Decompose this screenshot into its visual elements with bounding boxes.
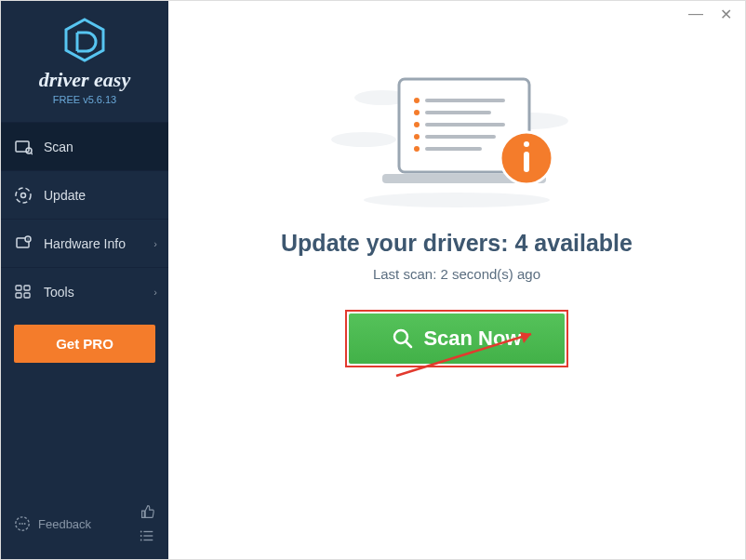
magnify-icon: [392, 327, 414, 350]
svg-text:i: i: [27, 236, 28, 242]
svg-point-21: [140, 531, 142, 533]
last-scan-label: Last scan: 2 second(s) ago: [168, 266, 745, 282]
logo-block: driver easy FREE v5.6.13: [1, 1, 168, 118]
svg-rect-11: [24, 286, 30, 290]
svg-rect-10: [16, 286, 21, 290]
hardware-icon: i: [14, 234, 33, 253]
feedback-icon: [14, 515, 31, 532]
headline: Update your drivers: 4 available: [168, 230, 745, 257]
svg-point-30: [414, 98, 420, 103]
tools-icon: [14, 283, 33, 301]
svg-point-6: [21, 193, 26, 197]
svg-point-42: [524, 141, 529, 147]
menu-list-icon[interactable]: [139, 527, 155, 544]
svg-point-17: [24, 523, 26, 525]
svg-point-16: [21, 523, 23, 525]
headline-prefix: Update your drivers:: [281, 230, 514, 256]
sidebar-footer: Feedback: [1, 494, 168, 559]
nav-tools[interactable]: Tools ›: [1, 267, 168, 315]
available-count: 4: [514, 230, 527, 256]
svg-point-26: [331, 132, 396, 147]
scan-now-label: Scan Now: [423, 327, 521, 351]
app-logo-icon: [62, 18, 107, 62]
svg-point-33: [414, 134, 420, 140]
scan-button-highlight: Scan Now: [345, 310, 567, 367]
svg-point-5: [16, 188, 31, 203]
svg-rect-13: [24, 293, 30, 298]
main-panel: Update your drivers: 4 available Last sc…: [168, 1, 745, 559]
svg-point-32: [414, 122, 420, 127]
nav-scan[interactable]: Scan: [1, 122, 168, 170]
feedback-button[interactable]: Feedback: [14, 515, 91, 532]
scan-icon: [14, 138, 33, 156]
nav-update[interactable]: Update: [1, 170, 168, 219]
nav-scan-label: Scan: [44, 140, 73, 154]
svg-point-27: [364, 193, 550, 207]
scan-now-button[interactable]: Scan Now: [349, 313, 564, 364]
laptop-illustration: [317, 70, 596, 209]
sidebar: driver easy FREE v5.6.13 Scan Update i H…: [1, 1, 168, 559]
thumbs-up-icon[interactable]: [139, 503, 155, 520]
get-pro-button[interactable]: Get PRO: [14, 325, 155, 363]
nav-hardware[interactable]: i Hardware Info ›: [1, 219, 168, 267]
headline-suffix: available: [527, 230, 633, 256]
nav: Scan Update i Hardware Info › Tools ›: [1, 122, 168, 315]
svg-rect-12: [16, 293, 21, 298]
svg-point-31: [414, 110, 420, 115]
brand-name: driver easy: [1, 68, 168, 92]
nav-update-label: Update: [44, 188, 86, 203]
chevron-right-icon: ›: [153, 287, 157, 298]
svg-point-22: [140, 535, 142, 537]
svg-point-34: [414, 146, 420, 152]
nav-tools-label: Tools: [44, 285, 74, 300]
nav-hardware-label: Hardware Info: [44, 236, 126, 251]
svg-point-23: [140, 540, 142, 541]
svg-marker-0: [66, 20, 103, 60]
feedback-label: Feedback: [38, 517, 91, 531]
chevron-right-icon: ›: [153, 238, 157, 249]
svg-line-45: [406, 341, 411, 347]
get-pro-label: Get PRO: [56, 336, 113, 352]
version-label: FREE v5.6.13: [1, 94, 168, 105]
svg-rect-2: [16, 141, 29, 152]
svg-line-4: [31, 153, 33, 154]
update-icon: [14, 186, 33, 205]
close-button[interactable]: ✕: [720, 6, 732, 23]
svg-rect-43: [524, 152, 529, 172]
minimize-button[interactable]: —: [688, 6, 703, 22]
svg-point-15: [19, 523, 20, 525]
